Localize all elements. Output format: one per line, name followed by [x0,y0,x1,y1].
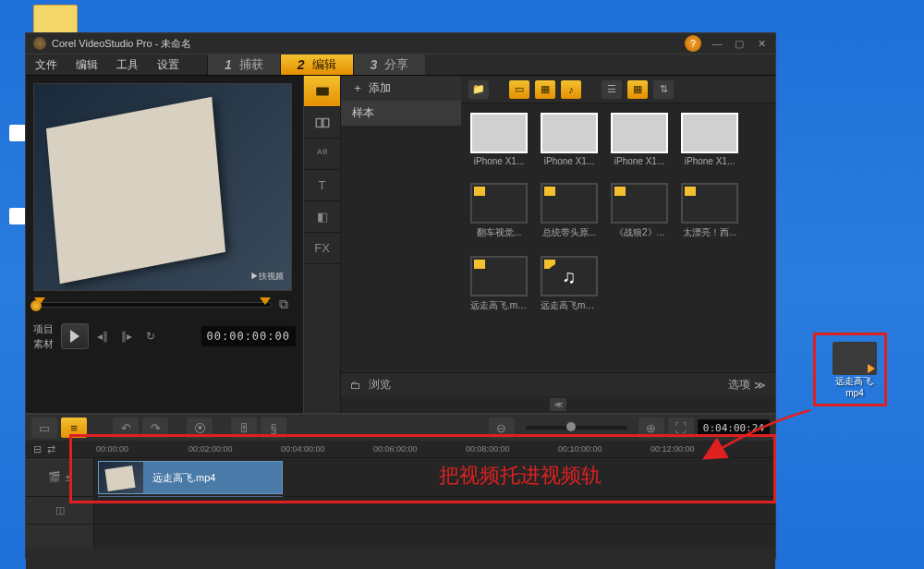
lib-tab-media[interactable] [304,76,340,107]
collapse-library-button[interactable]: ≪ [550,398,566,411]
lib-filter-audio[interactable]: ♪ [561,80,581,99]
zoom-slider[interactable] [526,426,627,430]
zoom-out-button[interactable]: ⊖ [489,418,515,438]
plus-icon[interactable]: ± [65,472,70,483]
menu-edit[interactable]: 编辑 [67,54,107,75]
lib-tab-filter[interactable]: FX [304,233,340,264]
desktop-video-file[interactable]: 远走高飞. mp4 [827,342,882,398]
tl-undo-button[interactable]: ↶ [113,418,139,438]
library-grid: iPhone X1... iPhone X1... iPhone X1... i… [461,103,775,372]
video-track-icon: 🎬 [48,471,61,483]
menubar: 文件 编辑 工具 设置 1捕获 2编辑 3分享 [26,54,775,76]
lib-folder-sample[interactable]: 样本 [341,101,461,126]
lib-item[interactable]: 《战狼2》... [611,183,668,239]
lib-item[interactable]: 总统带头原... [541,183,598,239]
stop-button[interactable]: ↻ [140,326,161,346]
folder-icon: 🗀 [350,379,361,392]
toggle-tracks-icon[interactable]: ⊟ [33,443,42,455]
lib-tab-text[interactable]: T [304,170,340,201]
lib-filter-photo[interactable]: ▦ [535,80,555,99]
plus-icon: ＋ [352,80,363,96]
desktop-edge-icon-2 [9,208,26,224]
step-capture[interactable]: 1捕获 [207,54,280,75]
prev-frame-button[interactable]: ◂∥ [92,326,113,346]
tl-redo-button[interactable]: ↷ [142,418,168,438]
watermark: ▶扶视频 [250,271,284,283]
timeline-timecode[interactable]: 0:04:00:24 [698,419,770,437]
lib-filter-video[interactable]: ▭ [509,80,529,99]
preview-timecode[interactable]: 00:00:00:00 [201,326,296,346]
chevron-icon: ≫ [754,379,766,392]
lib-sort-button[interactable]: ⇅ [653,80,674,99]
app-window: Corel VideoStudio Pro - 未命名 ? — ▢ ✕ 文件 编… [25,32,776,559]
tl-timeline-view[interactable]: ≡ [61,418,87,438]
timeline-panel: ▭ ≡ ↶ ↷ ⦿ 🎚 § ⊖ ⊕ ⛶ 0:04:00:24 ⊟ ⇄ 00:00… [26,413,775,569]
lib-item[interactable]: 翻车视觉... [470,183,528,239]
svg-rect-2 [322,118,328,127]
play-button[interactable] [61,323,89,349]
lib-item[interactable]: iPhone X1... [681,113,738,166]
menu-tools[interactable]: 工具 [107,54,148,75]
lib-tab-graphic[interactable]: ◧ [304,201,340,233]
zoom-fit-button[interactable]: ⛶ [668,418,694,438]
ripple-icon[interactable]: ⇄ [47,443,55,455]
mark-out-icon[interactable] [260,297,271,305]
lib-view-grid[interactable]: ▦ [627,80,648,99]
menu-settings[interactable]: 设置 [148,54,188,75]
tl-mixer-button[interactable]: 🎚 [231,418,257,438]
maximize-button[interactable]: ▢ [733,37,746,50]
tl-auto-music-button[interactable]: § [261,418,286,438]
lib-import-button[interactable]: 📁 [468,80,489,99]
lib-item[interactable]: 远走高飞.mp4 [470,256,528,312]
overlay-track[interactable]: ◫ [26,496,775,524]
next-frame-button[interactable]: ∥▸ [116,326,137,346]
timeline-ruler[interactable]: ⊟ ⇄ 00:00:00 00:02:00:00 00:04:00:00 00:… [26,441,775,457]
lib-add-folder[interactable]: ＋添加 [341,76,461,101]
video-track[interactable]: 🎬± 远走高飞.mp4 [26,457,775,496]
repeat-icon[interactable]: ⧉ [279,297,296,313]
tl-record-button[interactable]: ⦿ [187,418,213,438]
svg-rect-0 [316,87,329,95]
lib-item[interactable]: iPhone X1... [470,113,528,166]
close-button[interactable]: ✕ [755,37,768,50]
help-button[interactable]: ? [685,35,701,52]
titlebar: Corel VideoStudio Pro - 未命名 ? — ▢ ✕ [26,33,775,54]
lib-view-list[interactable]: ☰ [602,80,622,99]
browse-label[interactable]: 浏览 [369,377,391,393]
lib-tab-title[interactable]: ᴬᴮ [304,139,340,170]
tl-storyboard-view[interactable]: ▭ [31,418,57,438]
mode-project-label[interactable]: 项目 [33,322,54,336]
library-panel: ᴬᴮ T ◧ FX ＋添加 样本 📁 ▭ ▦ [303,76,775,413]
title-track[interactable] [26,524,775,548]
playhead-icon[interactable] [30,300,42,311]
lib-item[interactable]: iPhone X1... [541,113,598,166]
preview-screen[interactable]: ▶扶视频 [33,83,292,291]
desktop-video-file-label: 远走高飞. mp4 [827,375,882,398]
zoom-in-button[interactable]: ⊕ [638,418,664,438]
step-edit[interactable]: 2编辑 [280,54,353,75]
lib-tab-transition[interactable] [304,107,340,139]
overlay-track-icon: ◫ [55,504,65,516]
preview-panel: ▶扶视频 ⧉ 项目 素材 ◂∥ ∥▸ ↻ 00:00:00:00 [26,76,303,413]
scrubber[interactable] [33,302,272,308]
svg-rect-1 [316,118,322,127]
app-icon [33,37,46,50]
timeline-clip[interactable]: 远走高飞.mp4 [98,461,283,494]
lib-item[interactable]: 远走高飞mp... [541,256,598,312]
lib-item[interactable]: iPhone X1... [611,113,668,166]
lib-item[interactable]: 太漂亮！西... [681,183,738,239]
mode-clip-label[interactable]: 素材 [33,337,54,351]
desktop-edge-icon-1 [9,125,26,141]
minimize-button[interactable]: — [711,37,723,50]
options-button[interactable]: 选项≫ [728,377,766,393]
step-share[interactable]: 3分享 [353,54,426,75]
menu-file[interactable]: 文件 [26,54,67,75]
window-title: Corel VideoStudio Pro - 未命名 [52,37,191,51]
